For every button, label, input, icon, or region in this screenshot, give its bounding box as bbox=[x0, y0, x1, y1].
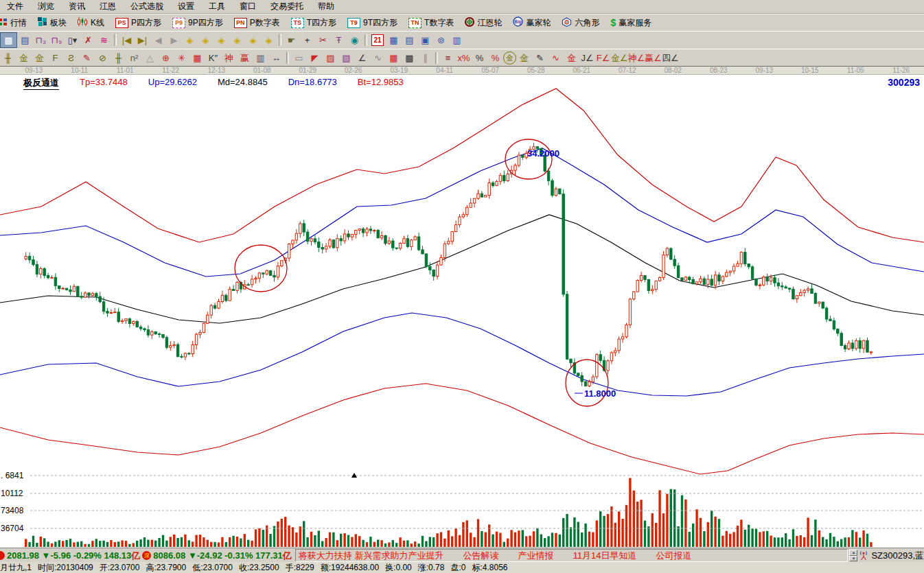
menu-item[interactable]: 公式选股 bbox=[123, 1, 171, 12]
kline-button[interactable]: K线 bbox=[72, 17, 110, 29]
grid-black-icon[interactable]: ▩ bbox=[402, 51, 417, 65]
mirror-triangle-icon[interactable]: △ bbox=[142, 51, 158, 65]
menu-item[interactable]: 浏览 bbox=[30, 1, 62, 12]
p-square-button[interactable]: PSP四方形 bbox=[110, 17, 167, 29]
spiral-scale-icon[interactable]: Ƨ bbox=[63, 51, 79, 65]
gann-wheel-button[interactable]: 江恩轮 bbox=[459, 17, 507, 29]
percent-mark-icon[interactable]: x% bbox=[456, 51, 472, 65]
diamond-cross-icon[interactable]: ◈ bbox=[229, 33, 245, 47]
menu-item[interactable]: 帮助 bbox=[310, 1, 342, 12]
overview-icon[interactable]: ▩ bbox=[0, 32, 17, 48]
gann-scale-icon[interactable]: ╫ bbox=[0, 51, 16, 65]
pc-transfer-icon[interactable]: ▥ bbox=[449, 33, 465, 47]
cycle-net-icon[interactable]: ◉ bbox=[347, 33, 362, 47]
hexagon-button[interactable]: 六角形 bbox=[556, 17, 605, 29]
ticker-link[interactable]: 产业情报 bbox=[518, 550, 553, 561]
menu-item[interactable]: 交易委托 bbox=[263, 1, 311, 12]
blocks-button[interactable]: 板块 bbox=[32, 17, 72, 29]
percent-lines-icon[interactable]: % bbox=[487, 51, 503, 65]
winner-service-button[interactable]: $赢家服务 bbox=[605, 17, 657, 29]
circle-scale-icon[interactable]: ⊘ bbox=[95, 51, 111, 65]
calculator-icon[interactable]: ▦ bbox=[386, 33, 402, 47]
crosshair-icon[interactable]: + bbox=[299, 33, 315, 47]
menu-item[interactable]: 工具 bbox=[201, 1, 233, 12]
save-icon[interactable]: ▣ bbox=[417, 33, 433, 47]
menu-item[interactable]: 江恩 bbox=[92, 1, 124, 12]
candle-style-icon[interactable]: ▯▾ bbox=[65, 33, 80, 47]
ticker-link[interactable]: 11月14日早知道 bbox=[573, 550, 636, 561]
gann-shape-icon[interactable]: Ŧ bbox=[331, 33, 347, 47]
gold-scale2-icon[interactable]: 金 bbox=[32, 51, 47, 65]
n-square-icon[interactable]: n² bbox=[126, 51, 142, 65]
color-histogram-icon[interactable]: ≋ bbox=[96, 33, 112, 47]
winner-wheel-button[interactable]: Big赢家轮 bbox=[507, 16, 556, 29]
gold-circle-icon[interactable]: 金 bbox=[503, 51, 516, 65]
grid-cycle-icon[interactable]: ▦ bbox=[189, 51, 205, 65]
p9-square-button[interactable]: P99P四方形 bbox=[167, 17, 229, 29]
cut-measure-icon[interactable]: ✂ bbox=[315, 33, 331, 47]
fan-box-icon[interactable]: ▨ bbox=[323, 51, 338, 65]
t-number-table-button[interactable]: TNT数字表 bbox=[403, 17, 459, 29]
t9-square-button[interactable]: T99T四方形 bbox=[342, 17, 403, 29]
save-web-icon[interactable]: ⊚ bbox=[433, 33, 449, 47]
ruler-123-icon[interactable]: ▥ bbox=[253, 51, 268, 65]
width-measure-icon[interactable]: ↔ bbox=[268, 51, 284, 65]
fan-box2-icon[interactable]: ▧ bbox=[338, 51, 354, 65]
diamond-center-icon[interactable]: ◈ bbox=[245, 33, 261, 47]
win-scale-icon[interactable]: 赢 bbox=[237, 51, 253, 65]
gold-lines-icon[interactable]: 金 bbox=[516, 51, 532, 65]
prev-page-icon[interactable]: ◀ bbox=[150, 33, 166, 47]
step-chart-9-icon[interactable]: ⊓₉ bbox=[49, 33, 65, 47]
chart-canvas[interactable]: 极反通道 Tp=33.7448Up=29.6262Md=24.8845Dn=18… bbox=[0, 74, 924, 548]
levels-list-icon[interactable]: ≡ bbox=[440, 51, 456, 65]
hand-tool-icon[interactable]: ☛ bbox=[284, 33, 299, 47]
gold-angle-icon[interactable]: 金∠ bbox=[611, 51, 628, 65]
menu-item[interactable]: 设置 bbox=[170, 1, 202, 12]
notes-icon[interactable]: ▤ bbox=[402, 33, 417, 47]
gold-channel-icon[interactable]: 金 bbox=[564, 51, 579, 65]
f-angle-icon[interactable]: F∠ bbox=[595, 51, 611, 65]
box-select-icon[interactable]: ▭ bbox=[291, 51, 307, 65]
fan-lines-icon[interactable]: ◤ bbox=[307, 51, 323, 65]
menu-item[interactable]: 窗口 bbox=[232, 1, 264, 12]
menu-item[interactable]: 资讯 bbox=[61, 1, 93, 12]
diamond-all-icon[interactable]: ◈ bbox=[261, 33, 277, 47]
last-page-icon[interactable]: ▶| bbox=[135, 33, 150, 47]
grid-red-icon[interactable]: ▦ bbox=[386, 51, 402, 65]
t-square-button[interactable]: TST四方形 bbox=[286, 17, 342, 29]
diamond-right-icon[interactable]: ◈ bbox=[198, 33, 213, 47]
wave-v-icon[interactable]: ∿ bbox=[370, 51, 386, 65]
angle-rays-icon[interactable]: ∠ bbox=[354, 51, 370, 65]
circle-target-icon[interactable]: ⊕ bbox=[158, 51, 174, 65]
wave-channel-icon[interactable]: ∿ bbox=[548, 51, 564, 65]
spinner-down-button[interactable]: ▼ bbox=[849, 556, 857, 562]
pen-measure-icon[interactable]: ✎ bbox=[532, 51, 548, 65]
next-page-icon[interactable]: ▶ bbox=[166, 33, 182, 47]
step-chart-3-icon[interactable]: ⊓₃ bbox=[33, 33, 49, 47]
win-angle-icon[interactable]: 赢∠ bbox=[645, 51, 662, 65]
j-angle-icon[interactable]: J∠ bbox=[579, 51, 595, 65]
diamond-left-icon[interactable]: ◈ bbox=[182, 33, 198, 47]
ticker-link[interactable]: 公告解读 bbox=[463, 550, 498, 561]
parallel-lines-icon[interactable]: ∥ bbox=[417, 51, 433, 65]
spinner-up-button[interactable]: ▲ bbox=[849, 550, 857, 556]
pattern-erase-icon[interactable]: ✗ bbox=[80, 33, 96, 47]
menu-item[interactable]: 文件 bbox=[0, 1, 31, 12]
shen-tool-icon[interactable]: 神 bbox=[221, 51, 237, 65]
fib-scale-icon[interactable]: F bbox=[47, 51, 63, 65]
market-quotes-button[interactable]: 行情 bbox=[0, 17, 32, 29]
ticker-link[interactable]: 公司报道 bbox=[656, 550, 691, 561]
k-string-icon[interactable]: K″ bbox=[205, 51, 221, 65]
plain-scale-icon[interactable]: ╫ bbox=[111, 51, 126, 65]
calendar-icon[interactable]: 21 bbox=[371, 34, 384, 46]
p-number-table-button[interactable]: PNP数字表 bbox=[229, 17, 286, 29]
star-cycle-icon[interactable]: ✳ bbox=[174, 51, 189, 65]
first-page-icon[interactable]: |◀ bbox=[119, 33, 135, 47]
diamond-leftright-icon[interactable]: ◈ bbox=[213, 33, 229, 47]
percent-icon[interactable]: % bbox=[472, 51, 487, 65]
info-panel-icon[interactable]: ▤ bbox=[17, 33, 33, 47]
shen-angle-icon[interactable]: 神∠ bbox=[628, 51, 645, 65]
four-angle-icon[interactable]: 四∠ bbox=[662, 51, 679, 65]
gold-scale1-icon[interactable]: 金 bbox=[16, 51, 32, 65]
pen-scale-icon[interactable]: ✎ bbox=[79, 51, 95, 65]
